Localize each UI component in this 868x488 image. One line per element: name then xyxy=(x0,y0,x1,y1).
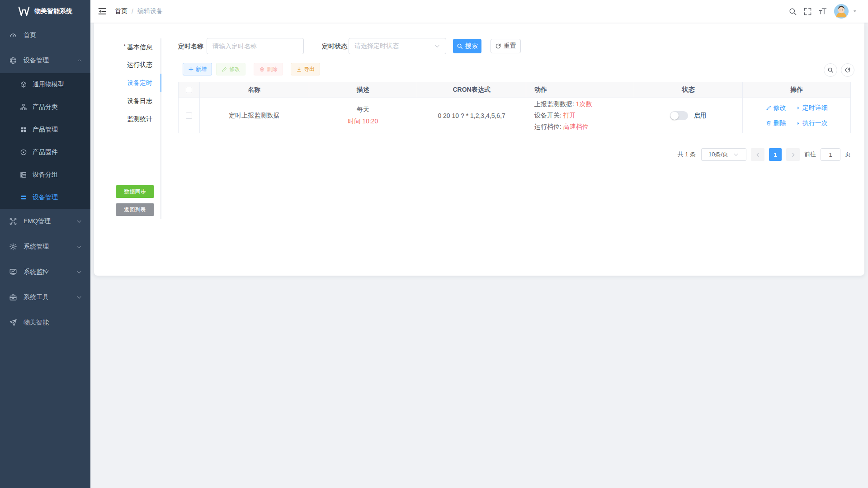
subnav-divider xyxy=(160,38,161,219)
pencil-icon xyxy=(222,66,227,72)
goto-page-input[interactable] xyxy=(821,148,840,161)
avatar xyxy=(834,4,849,19)
timer-status-placeholder: 请选择定时状态 xyxy=(354,42,399,50)
edit-button[interactable]: 修改 xyxy=(216,63,245,75)
refresh-icon xyxy=(844,67,851,73)
navbar-tools xyxy=(788,4,868,19)
export-button[interactable]: 导出 xyxy=(291,63,320,75)
op-delete-link[interactable]: 删除 xyxy=(766,119,786,127)
cell-status: 启用 xyxy=(634,98,743,133)
cell-action: 上报监测数据: 1次数 设备开关: 打开 运行档位: 高速档位 xyxy=(526,98,634,133)
sidebar-item-device-list[interactable]: 设备管理 xyxy=(0,186,90,209)
sidebar-item-home[interactable]: 首页 xyxy=(0,23,90,48)
sidebar-item-product-category[interactable]: 产品分类 xyxy=(0,96,90,118)
action-line: 上报监测数据: 1次数 xyxy=(534,100,592,108)
target-icon xyxy=(20,149,27,156)
chevron-up-icon xyxy=(77,58,82,63)
header-status: 状态 xyxy=(634,82,743,98)
trash-icon xyxy=(766,120,772,126)
timer-name-label: 定时名称 xyxy=(171,38,203,54)
drone-icon xyxy=(9,217,17,225)
breadcrumb: 首页 / 编辑设备 xyxy=(115,7,163,15)
header-name: 名称 xyxy=(200,82,309,98)
table-header-row: 名称 描述 CRON表达式 动作 状态 操作 xyxy=(179,82,850,98)
plus-icon xyxy=(188,66,194,72)
sidebar-item-thing-model[interactable]: 通用物模型 xyxy=(0,73,90,96)
search-icon xyxy=(827,67,834,73)
grid-icon xyxy=(20,126,27,133)
breadcrumb-current: 编辑设备 xyxy=(137,7,163,15)
header-operations: 操作 xyxy=(743,82,850,98)
goto-unit: 页 xyxy=(845,150,851,159)
download-icon xyxy=(296,66,302,72)
sidebar-item-system-management[interactable]: 系统管理 xyxy=(0,234,90,259)
status-toggle[interactable] xyxy=(670,111,688,120)
search-button[interactable]: 搜索 xyxy=(453,39,481,53)
sitemap-icon xyxy=(20,103,27,111)
refresh-icon xyxy=(495,43,501,49)
tab-device-log[interactable]: 设备日志 xyxy=(94,92,160,110)
app-title: 物美智能系统 xyxy=(34,7,72,15)
breadcrumb-home[interactable]: 首页 xyxy=(115,7,127,15)
row-checkbox[interactable] xyxy=(186,113,192,119)
search-icon[interactable] xyxy=(788,7,797,16)
toggle-search-button[interactable] xyxy=(824,63,837,77)
op-timer-detail-link[interactable]: 定时详细 xyxy=(796,104,828,112)
tab-basic-info[interactable]: *基本信息 xyxy=(94,38,160,56)
trash-icon xyxy=(259,66,265,72)
chevron-down-icon xyxy=(434,43,440,49)
sidebar-item-system-tools[interactable]: 系统工具 xyxy=(0,285,90,310)
back-to-list-button[interactable]: 返回列表 xyxy=(116,203,154,216)
timer-table: 名称 描述 CRON表达式 动作 状态 操作 定时上报监测数据 每天 时间 10… xyxy=(178,82,851,133)
sidebar-item-product-management[interactable]: 产品管理 xyxy=(0,118,90,141)
sidebar-item-device-management[interactable]: 设备管理 xyxy=(0,48,90,73)
select-all-checkbox[interactable] xyxy=(186,87,192,93)
sidebar-item-emq[interactable]: EMQ管理 xyxy=(0,209,90,234)
app-logo[interactable]: 物美智能系统 xyxy=(0,0,90,23)
sidebar-item-device-group[interactable]: 设备分组 xyxy=(0,164,90,186)
required-mark: * xyxy=(123,43,126,50)
delete-button[interactable]: 删除 xyxy=(254,63,283,75)
timer-status-select[interactable]: 请选择定时状态 xyxy=(349,38,446,54)
desc-frequency: 每天 xyxy=(348,106,378,114)
sidebar-item-wumei-smart[interactable]: 物美智能 xyxy=(0,310,90,335)
cell-description: 每天 时间 10:20 xyxy=(309,98,418,133)
search-icon xyxy=(457,43,463,49)
tab-device-timer[interactable]: 设备定时 xyxy=(94,74,160,92)
toolbox-icon xyxy=(9,293,17,301)
next-page-button[interactable] xyxy=(786,148,800,161)
font-size-icon[interactable] xyxy=(818,7,827,16)
sidebar-item-product-firmware[interactable]: 产品固件 xyxy=(0,141,90,164)
reset-button[interactable]: 重置 xyxy=(491,39,521,53)
op-edit-link[interactable]: 修改 xyxy=(766,104,786,112)
sidebar-fold-icon[interactable] xyxy=(98,7,107,16)
tab-run-status[interactable]: 运行状态 xyxy=(94,56,160,74)
goto-label: 前往 xyxy=(804,150,816,159)
sidebar-item-system-monitor[interactable]: 系统监控 xyxy=(0,259,90,285)
cell-name: 定时上报监测数据 xyxy=(200,98,309,133)
toggle-knob xyxy=(670,112,679,120)
prev-page-button[interactable] xyxy=(751,148,764,161)
user-menu[interactable] xyxy=(834,4,857,19)
page-size-select[interactable]: 10条/页 xyxy=(701,148,746,161)
chevron-left-icon xyxy=(755,152,761,158)
cell-cron: 0 20 10 ? * 1,2,3,4,5,6,7 xyxy=(417,98,526,133)
tab-monitor-stats[interactable]: 监测统计 xyxy=(94,110,160,128)
op-run-once-link[interactable]: 执行一次 xyxy=(796,119,828,127)
fullscreen-icon[interactable] xyxy=(803,7,812,16)
timer-status-label: 定时状态 xyxy=(315,38,347,54)
paper-plane-icon xyxy=(9,319,17,327)
server-icon xyxy=(20,171,27,178)
data-sync-button[interactable]: 数据同步 xyxy=(116,185,154,198)
monitor-icon xyxy=(9,268,17,276)
page-number-1[interactable]: 1 xyxy=(769,148,782,161)
select-all-cell xyxy=(179,82,200,98)
timer-name-input[interactable] xyxy=(212,42,298,50)
refresh-table-button[interactable] xyxy=(841,63,854,77)
table-row: 定时上报监测数据 每天 时间 10:20 0 20 10 ? * 1,2,3,4… xyxy=(179,98,850,133)
add-button[interactable]: 新增 xyxy=(183,63,212,75)
caret-down-icon xyxy=(853,9,857,14)
chevron-right-icon xyxy=(790,152,796,158)
edit-device-card: *基本信息 运行状态 设备定时 设备日志 监测统计 数据同步 返回列表 定时名称… xyxy=(94,23,864,276)
timer-name-input-wrap xyxy=(207,38,304,54)
